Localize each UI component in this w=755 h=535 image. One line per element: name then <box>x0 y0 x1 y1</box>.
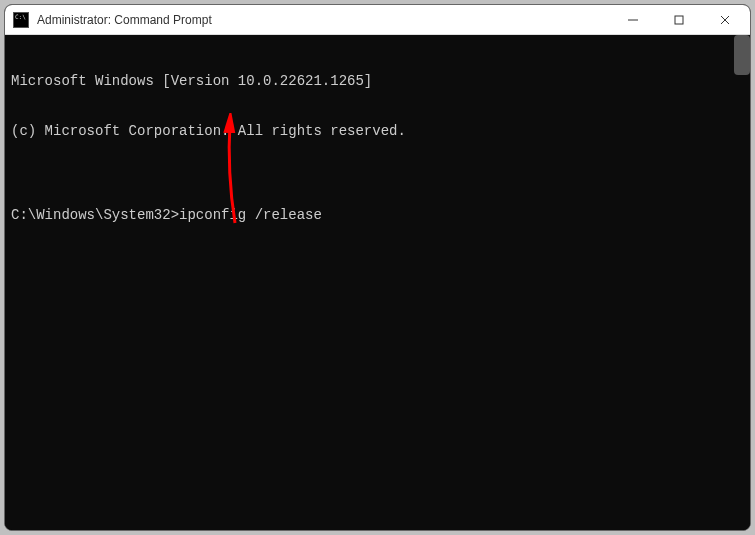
titlebar[interactable]: Administrator: Command Prompt <box>5 5 750 35</box>
minimize-button[interactable] <box>610 5 656 35</box>
maximize-button[interactable] <box>656 5 702 35</box>
close-icon <box>720 15 730 25</box>
command-prompt-window: Administrator: Command Prompt Microsoft … <box>4 4 751 531</box>
output-line: Microsoft Windows [Version 10.0.22621.12… <box>11 73 744 90</box>
cmd-icon <box>13 12 29 28</box>
window-controls <box>610 5 748 35</box>
output-line: (c) Microsoft Corporation. All rights re… <box>11 123 744 140</box>
maximize-icon <box>674 15 684 25</box>
vertical-scrollbar[interactable] <box>734 35 750 75</box>
minimize-icon <box>628 15 638 25</box>
typed-command: ipconfig /release <box>179 207 322 224</box>
prompt-path: C:\Windows\System32> <box>11 207 179 224</box>
terminal-area[interactable]: Microsoft Windows [Version 10.0.22621.12… <box>5 35 750 530</box>
prompt-line: C:\Windows\System32>ipconfig /release <box>11 207 744 224</box>
svg-rect-1 <box>675 16 683 24</box>
window-title: Administrator: Command Prompt <box>37 13 610 27</box>
close-button[interactable] <box>702 5 748 35</box>
